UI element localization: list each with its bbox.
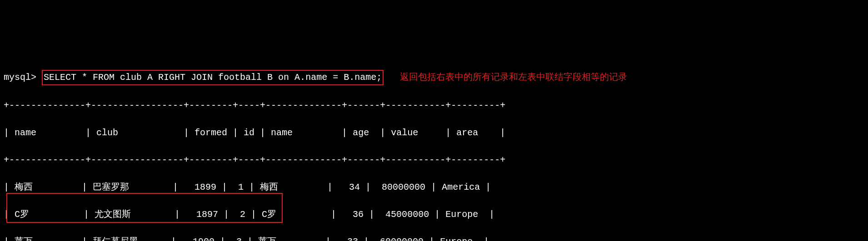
sql-statement: SELECT * FROM club A RIGHT JOIN football… [44,72,382,83]
table-row: | 莱万 | 拜仁慕尼黑 | 1900 | 3 | 莱万 | 33 | 6000… [4,235,864,241]
sql-statement-highlight: SELECT * FROM club A RIGHT JOIN football… [42,70,384,85]
table-border-mid: +--------------+-----------------+------… [4,153,864,167]
mysql-prompt: mysql> [4,72,36,83]
null-rows-highlight [6,193,283,223]
table-border-top: +--------------+-----------------+------… [4,99,864,113]
table-row: | 梅西 | 巴塞罗那 | 1899 | 1 | 梅西 | 34 | 80000… [4,181,864,194]
terminal-output: mysql> SELECT * FROM club A RIGHT JOIN f… [4,56,864,241]
annotation-top: 返回包括右表中的所有记录和左表中联结字段相等的记录 [400,72,627,83]
table-header: | name | club | formed | id | name | age… [4,126,864,140]
